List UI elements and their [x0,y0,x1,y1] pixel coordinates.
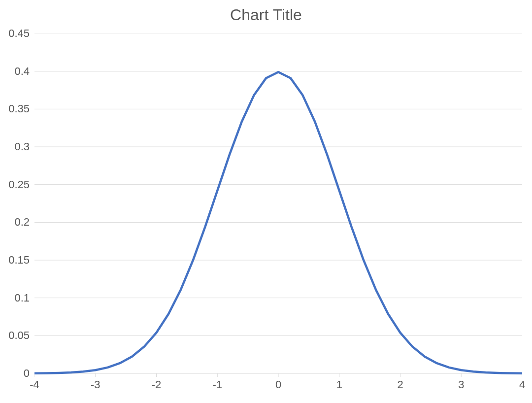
y-tick-label: 0 [0,367,30,380]
data-series-line [34,72,522,373]
x-tick-label: 2 [397,378,403,391]
x-tick-label: -3 [91,378,100,391]
y-tick-label: 0.05 [0,329,30,342]
gridlines [34,34,522,373]
y-tick-label: 0.45 [0,27,30,40]
x-tick-label: 1 [336,378,342,391]
x-tick-label: 0 [275,378,281,391]
plot-area [34,34,522,373]
y-tick-label: 0.15 [0,254,30,267]
x-tick-label: 4 [519,378,525,391]
chart-container: Chart Title 00.050.10.150.20.250.30.350.… [0,0,532,403]
y-tick-label: 0.3 [0,140,30,153]
chart-svg [34,34,522,378]
y-tick-label: 0.1 [0,292,30,304]
x-tick-label: -1 [212,378,222,391]
x-tick-label: 3 [458,378,464,391]
y-tick-label: 0.25 [0,178,30,191]
x-tick-label: -2 [152,378,162,391]
y-tick-label: 0.4 [0,65,30,78]
y-tick-label: 0.2 [0,216,30,229]
x-tick-label: -4 [30,378,39,391]
chart-title: Chart Title [0,6,532,24]
y-tick-label: 0.35 [0,102,30,115]
axes [34,373,522,377]
